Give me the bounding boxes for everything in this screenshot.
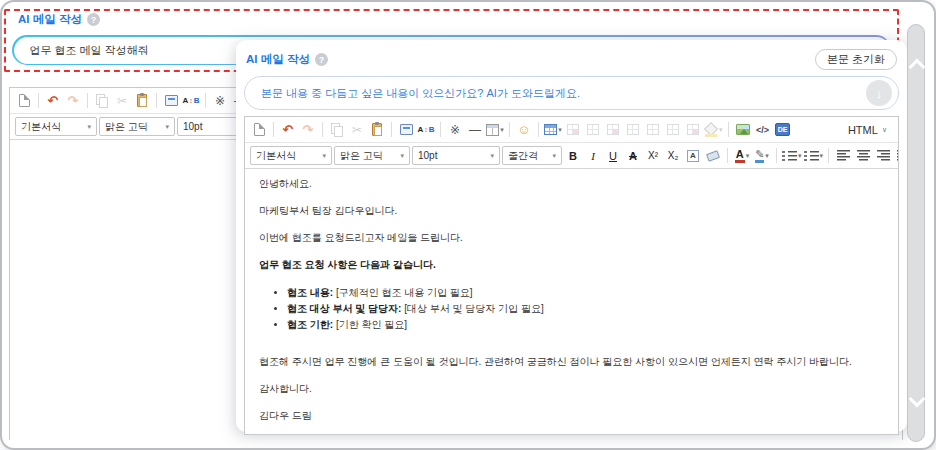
table-split-cell-icon — [664, 120, 682, 140]
underline-icon[interactable]: U — [604, 146, 622, 166]
align-left-icon[interactable] — [834, 146, 852, 166]
body-greeting: 안녕하세요. — [259, 177, 884, 191]
editor-toolbar-row1: ↶ ↷ ✂ A↕B ※ — ▾ ☺ — [245, 117, 898, 143]
paste-icon[interactable] — [133, 91, 151, 111]
cut-icon: ✂ — [113, 91, 131, 111]
table-insert-row-icon — [564, 120, 582, 140]
align-right-icon[interactable] — [874, 146, 892, 166]
scrollbar[interactable] — [907, 24, 925, 442]
italic-icon[interactable]: I — [584, 146, 602, 166]
highlight-color-icon[interactable]: ✎▾ — [753, 146, 771, 166]
format-eraser-icon[interactable] — [704, 146, 722, 166]
reset-body-button[interactable]: 본문 초기화 — [815, 49, 897, 70]
html-mode-select[interactable]: HTML ∨ — [848, 124, 893, 136]
body-signature: 김다우 드림 — [259, 409, 884, 423]
undo-icon[interactable]: ↶ — [44, 91, 62, 111]
editor-brand-icon[interactable]: DE — [774, 120, 792, 140]
table-cell-props-icon — [684, 120, 702, 140]
table-merge-cell-icon — [644, 120, 662, 140]
special-character-icon[interactable]: ※ — [211, 91, 229, 111]
new-document-icon[interactable] — [15, 91, 33, 111]
subscript-icon[interactable]: X₂ — [664, 146, 682, 166]
screen-capture-icon[interactable] — [397, 120, 415, 140]
paragraph-format-select[interactable]: 기본서식▾ — [250, 146, 332, 165]
line-spacing-select[interactable]: 줄간격▾ — [502, 146, 562, 165]
ai-mail-compose-panel-result: AI 메일 작성 ? 본문 초기화 ↓ ↶ ↷ ✂ — [236, 40, 907, 432]
list-item: 협조 내용: [구체적인 협조 내용 기입 필요] — [287, 285, 884, 301]
insert-template-icon[interactable]: ▾ — [486, 120, 504, 140]
body-request-heading: 업무 협조 요청 사항은 다음과 같습니다. — [259, 258, 884, 272]
strikethrough-icon[interactable]: A — [624, 146, 642, 166]
align-center-icon[interactable] — [854, 146, 872, 166]
editor-toolbar-row2: 기본서식▾ 맑은 고딕▾ 10pt▾ 줄간격▾ B I U A X² X₂ A — [245, 143, 898, 169]
font-size-select[interactable]: 10pt▾ — [412, 146, 500, 165]
body-intro: 마케팅부서 팀장 김다우입니다. — [259, 204, 884, 218]
send-prompt-button[interactable]: ↓ — [866, 80, 892, 106]
ai-refine-input[interactable] — [259, 86, 866, 100]
cell-background-icon: ▾ — [704, 120, 723, 140]
align-justify-icon[interactable] — [894, 146, 899, 166]
unordered-list-icon[interactable]: ▾ — [804, 146, 824, 166]
emoticon-icon[interactable]: ☺ — [515, 120, 533, 140]
bold-icon[interactable]: B — [564, 146, 582, 166]
ai-refine-prompt-box: ↓ — [244, 76, 899, 110]
undo-icon[interactable]: ↶ — [279, 120, 297, 140]
superscript-icon[interactable]: X² — [644, 146, 662, 166]
chevron-down-icon: ∨ — [882, 126, 887, 134]
mail-editor-front: ↶ ↷ ✂ A↕B ※ — ▾ ☺ — [244, 116, 899, 435]
body-purpose: 이번에 협조를 요청드리고자 메일을 드립니다. — [259, 231, 884, 245]
redo-icon: ↷ — [64, 91, 82, 111]
cut-icon: ✂ — [348, 120, 366, 140]
body-closing: 협조해 주시면 업무 진행에 큰 도움이 될 것입니다. 관련하여 궁금하신 점… — [259, 355, 884, 369]
new-document-icon[interactable] — [250, 120, 268, 140]
list-item: 협조 대상 부서 및 담당자: [대상 부서 및 담당자 기입 필요] — [287, 301, 884, 317]
copy-icon — [328, 120, 346, 140]
code-view-icon[interactable]: </> — [754, 120, 772, 140]
text-style-box-icon[interactable]: A — [684, 146, 702, 166]
special-character-icon[interactable]: ※ — [446, 120, 464, 140]
copy-icon — [93, 91, 111, 111]
horizontal-rule-icon[interactable]: — — [466, 120, 484, 140]
insert-table-icon[interactable]: ▾ — [544, 120, 562, 140]
table-delete-col-icon — [624, 120, 642, 140]
text-convert-icon[interactable]: A↕B — [417, 120, 435, 140]
font-family-select[interactable]: 맑은 고딕▾ — [334, 146, 410, 165]
page-title: AI 메일 작성 — [246, 52, 310, 67]
front-panel-header: AI 메일 작성 ? 본문 초기화 — [236, 40, 907, 74]
font-color-icon[interactable]: A▾ — [733, 146, 751, 166]
redo-icon: ↷ — [299, 120, 317, 140]
body-thanks: 감사합니다. — [259, 382, 884, 396]
screenshot-card: AI 메일 작성 ? ↶ ↷ ✂ A↕B — [0, 0, 936, 450]
insert-image-icon[interactable] — [734, 120, 752, 140]
email-body[interactable]: 안녕하세요. 마케팅부서 팀장 김다우입니다. 이번에 협조를 요청드리고자 메… — [245, 169, 898, 435]
screen-capture-icon[interactable] — [162, 91, 180, 111]
paste-icon[interactable] — [368, 120, 386, 140]
arrow-down-icon: ↓ — [876, 86, 883, 101]
request-list: 협조 내용: [구체적인 협조 내용 기입 필요] 협조 대상 부서 및 담당자… — [273, 285, 884, 333]
text-convert-icon[interactable]: A↕B — [182, 91, 200, 111]
ordered-list-icon[interactable]: ▾ — [782, 146, 802, 166]
font-family-select[interactable]: 맑은 고딕▾ — [99, 117, 175, 136]
table-insert-col-icon — [584, 120, 602, 140]
table-delete-row-icon — [604, 120, 622, 140]
list-item: 협조 기한: [기한 확인 필요] — [287, 317, 884, 333]
help-icon[interactable]: ? — [315, 53, 328, 66]
paragraph-format-select[interactable]: 기본서식▾ — [15, 117, 97, 136]
